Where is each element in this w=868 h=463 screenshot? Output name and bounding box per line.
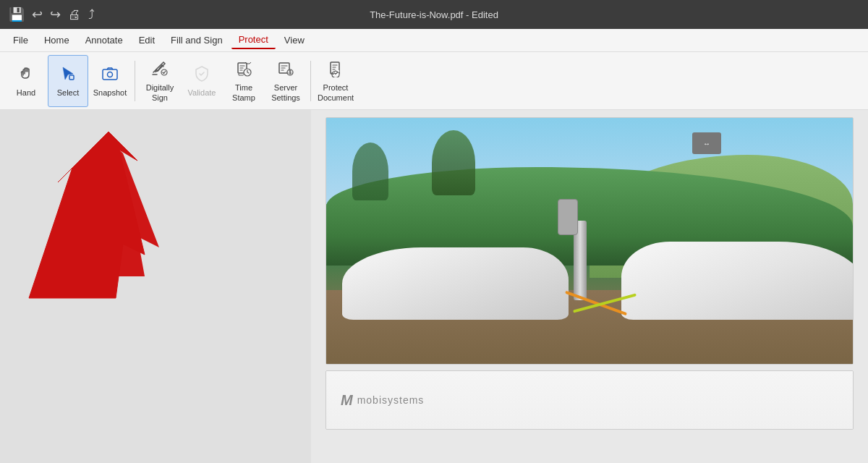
svg-point-2: [108, 72, 113, 77]
pdf-page-1: ↔: [326, 117, 854, 365]
mobisystems-section: M mobisystems: [326, 371, 853, 429]
menu-file[interactable]: File: [6, 32, 35, 48]
logo-symbol: M: [341, 392, 353, 409]
window-title: The-Future-is-Now.pdf - Edited: [370, 9, 498, 20]
protect-document-label: ProtectDocument: [318, 83, 354, 102]
toolbar-group-protect: ProtectDocument: [315, 55, 356, 107]
time-stamp-label: TimeStamp: [232, 83, 255, 102]
snapshot-icon: [101, 65, 119, 85]
select-icon: [59, 65, 77, 85]
hand-button[interactable]: Hand: [6, 55, 46, 107]
time-stamp-button[interactable]: TimeStamp: [224, 55, 264, 107]
pdf-page-2: M mobisystems: [326, 370, 854, 430]
annotation-arrow: [14, 124, 174, 284]
digitally-sign-label: DigitallySign: [146, 83, 174, 102]
validate-label: Validate: [188, 88, 216, 98]
menu-bar: File Home Annotate Edit Fill and Sign Pr…: [0, 29, 868, 52]
toolbar-separator-2: [310, 61, 311, 101]
svg-rect-1: [103, 69, 117, 80]
menu-annotate[interactable]: Annotate: [78, 32, 130, 48]
validate-icon: [193, 65, 210, 85]
protect-document-button[interactable]: ProtectDocument: [315, 55, 356, 107]
svg-marker-12: [58, 139, 159, 276]
server-settings-label: ServerSettings: [271, 83, 300, 102]
time-stamp-icon: [235, 60, 252, 80]
hand-icon: [17, 65, 35, 85]
logo-text: mobisystems: [357, 394, 425, 406]
select-label: Select: [57, 88, 80, 98]
toolbar-separator-1: [135, 61, 135, 101]
main-area: ↔ M mobisystems: [0, 110, 868, 463]
print-icon[interactable]: 🖨: [68, 7, 81, 22]
server-settings-icon: [277, 60, 294, 80]
toolbar-group-sign: DigitallySign Validate: [140, 55, 306, 107]
undo-icon[interactable]: ↩: [32, 7, 43, 22]
menu-view[interactable]: View: [277, 32, 312, 48]
toolbar: Hand Select Snapshot: [0, 52, 868, 110]
redo-icon[interactable]: ↪: [50, 7, 61, 22]
car-charging-image: ↔: [326, 118, 853, 364]
hand-label: Hand: [17, 88, 35, 98]
select-button[interactable]: Select: [48, 55, 88, 107]
pdf-content[interactable]: ↔ M mobisystems: [311, 110, 868, 463]
server-settings-button[interactable]: ServerSettings: [265, 55, 306, 107]
menu-edit[interactable]: Edit: [132, 32, 162, 48]
share-icon[interactable]: ⤴: [88, 7, 95, 22]
digitally-sign-button[interactable]: DigitallySign: [140, 55, 180, 107]
menu-fill-and-sign[interactable]: Fill and Sign: [163, 32, 230, 48]
protect-document-icon: [327, 60, 344, 80]
toolbar-group-navigation: Hand Select Snapshot: [6, 55, 130, 107]
snapshot-label: Snapshot: [93, 88, 127, 98]
sidebar: [0, 110, 311, 463]
menu-home[interactable]: Home: [37, 32, 77, 48]
menu-protect[interactable]: Protect: [231, 31, 276, 49]
svg-rect-0: [69, 75, 74, 80]
mobisystems-logo: M mobisystems: [341, 392, 424, 409]
save-icon[interactable]: 💾: [9, 7, 25, 22]
snapshot-button[interactable]: Snapshot: [90, 55, 130, 107]
title-bar: 💾 ↩ ↪ 🖨 ⤴ The-Future-is-Now.pdf - Edited: [0, 0, 868, 29]
title-bar-left: 💾 ↩ ↪ 🖨 ⤴: [9, 7, 95, 22]
validate-button: Validate: [182, 55, 222, 107]
digitally-sign-icon: [151, 60, 169, 80]
